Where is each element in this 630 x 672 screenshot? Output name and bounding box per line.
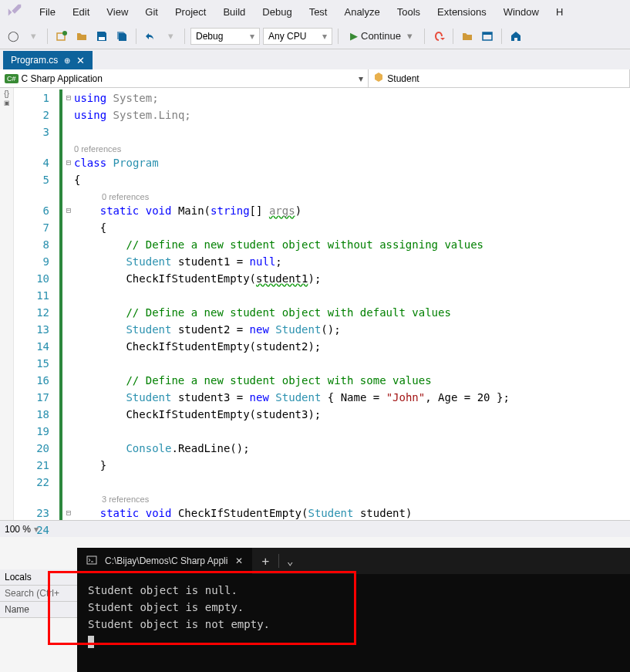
zoom-level[interactable]: 100 % bbox=[5, 524, 31, 535]
menu-tools[interactable]: Tools bbox=[389, 3, 428, 21]
undo-button[interactable] bbox=[142, 28, 159, 45]
csharp-icon: C# bbox=[5, 74, 19, 83]
chevron-down-icon: ▾ bbox=[359, 73, 363, 84]
code-editor[interactable]: {}▣ 123456789101112131415161718192021222… bbox=[0, 88, 630, 520]
line-numbers: 123456789101112131415161718192021222324 bbox=[14, 88, 59, 520]
menu-extensions[interactable]: Extensions bbox=[430, 3, 494, 21]
document-tabs: Program.cs ⊕ ✕ bbox=[0, 49, 630, 69]
menu-bar: FileEditViewGitProjectBuildDebugTestAnal… bbox=[0, 0, 630, 23]
locals-search-input[interactable]: Search (Ctrl+ bbox=[0, 586, 77, 602]
nav-back-button[interactable]: ◯ bbox=[5, 28, 22, 45]
open-button[interactable] bbox=[73, 28, 90, 45]
nav-fwd-button[interactable]: ▾ bbox=[25, 28, 42, 45]
menu-view[interactable]: View bbox=[99, 3, 136, 21]
class-icon bbox=[373, 72, 384, 85]
locals-column-name[interactable]: Name bbox=[0, 602, 77, 618]
vs-logo-icon bbox=[4, 3, 25, 20]
window-button[interactable] bbox=[479, 28, 496, 45]
code-content[interactable]: using System;using System.Linq;0 referen… bbox=[74, 88, 630, 520]
menu-edit[interactable]: Edit bbox=[65, 3, 97, 21]
continue-button[interactable]: ▶ Continue ▾ bbox=[344, 28, 419, 45]
type-dropdown[interactable]: Student bbox=[369, 69, 630, 87]
fold-toggle[interactable]: ⊟ bbox=[63, 505, 74, 522]
close-icon[interactable]: ✕ bbox=[76, 55, 85, 66]
editor-status-bar: 100 % ▾ bbox=[0, 520, 630, 537]
terminal-window: C:\Bijay\Demos\C Sharp Appli ✕ + ⌄ Stude… bbox=[77, 548, 630, 672]
pin-icon[interactable]: ⊕ bbox=[64, 56, 70, 65]
fold-toggle[interactable]: ⊟ bbox=[63, 154, 74, 171]
menu-h[interactable]: H bbox=[548, 3, 571, 21]
terminal-output[interactable]: Student object is null.Student object is… bbox=[77, 574, 630, 657]
menu-file[interactable]: File bbox=[32, 3, 63, 21]
fold-toggle[interactable]: ⊟ bbox=[63, 202, 74, 219]
menu-window[interactable]: Window bbox=[496, 3, 547, 21]
play-icon: ▶ bbox=[350, 30, 358, 42]
menu-test[interactable]: Test bbox=[302, 3, 335, 21]
chevron-down-icon[interactable]: ▾ bbox=[34, 524, 39, 535]
project-dropdown[interactable]: C# C Sharp Application ▾ bbox=[0, 69, 369, 87]
tab-program-cs[interactable]: Program.cs ⊕ ✕ bbox=[3, 51, 93, 69]
terminal-tabbar: C:\Bijay\Demos\C Sharp Appli ✕ + ⌄ bbox=[77, 548, 630, 574]
redo-button[interactable]: ▾ bbox=[162, 28, 179, 45]
fold-margin[interactable]: ⊟⊟⊟⊟ bbox=[63, 88, 74, 520]
terminal-icon bbox=[86, 555, 97, 568]
close-icon[interactable]: ✕ bbox=[235, 555, 243, 566]
svg-point-1 bbox=[62, 31, 67, 35]
config-dropdown[interactable]: Debug▾ bbox=[190, 28, 260, 45]
platform-dropdown[interactable]: Any CPU▾ bbox=[263, 28, 332, 45]
svg-rect-5 bbox=[87, 556, 96, 564]
home-button[interactable] bbox=[507, 28, 524, 45]
new-tab-button[interactable]: + bbox=[252, 554, 278, 569]
svg-rect-2 bbox=[99, 37, 105, 40]
svg-rect-4 bbox=[483, 32, 492, 35]
toolbar: ◯ ▾ ▾ Debug▾ Any CPU▾ ▶ Continue ▾ bbox=[0, 23, 630, 49]
save-button[interactable] bbox=[93, 28, 110, 45]
menu-build[interactable]: Build bbox=[215, 3, 253, 21]
hot-reload-button[interactable] bbox=[430, 28, 447, 45]
folder-button[interactable] bbox=[459, 28, 476, 45]
menu-analyze[interactable]: Analyze bbox=[336, 3, 387, 21]
menu-debug[interactable]: Debug bbox=[254, 3, 299, 21]
fold-toggle[interactable]: ⊟ bbox=[63, 89, 74, 106]
tab-menu-button[interactable]: ⌄ bbox=[279, 555, 301, 567]
terminal-tab[interactable]: C:\Bijay\Demos\C Sharp Appli ✕ bbox=[77, 548, 252, 574]
outline-margin: {}▣ bbox=[0, 88, 14, 520]
nav-dropdowns: C# C Sharp Application ▾ Student bbox=[0, 69, 630, 88]
menu-git[interactable]: Git bbox=[137, 3, 166, 21]
save-all-button[interactable] bbox=[113, 28, 130, 45]
locals-title: Locals bbox=[0, 569, 77, 586]
new-project-button[interactable] bbox=[53, 28, 70, 45]
menu-project[interactable]: Project bbox=[167, 3, 214, 21]
locals-panel: Locals Search (Ctrl+ Name bbox=[0, 569, 77, 618]
